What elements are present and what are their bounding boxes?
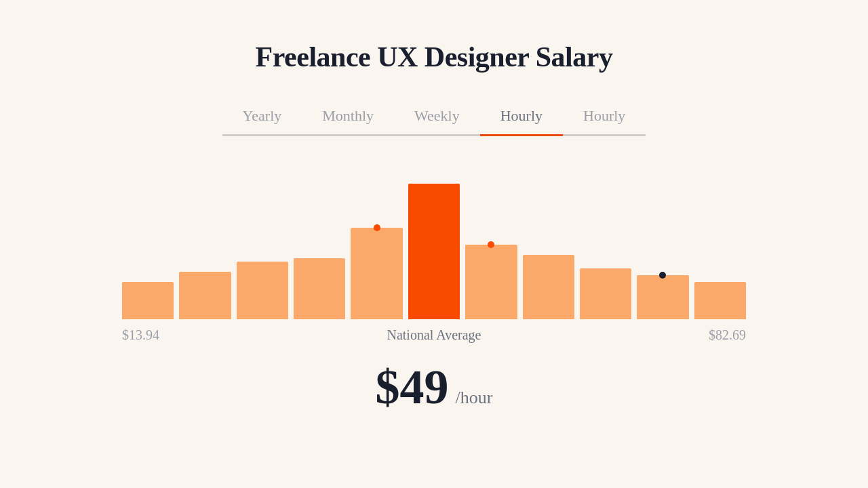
bar-10 [694,282,746,319]
bar-1 [179,272,231,319]
bar-dot-9 [659,272,666,279]
tab-hourly-2[interactable]: Hourly [563,100,646,136]
bar-3 [294,258,345,319]
bar-2 [237,262,288,319]
tab-weekly[interactable]: Weekly [394,100,480,136]
bar-wrapper-6 [465,245,517,319]
bar-wrapper-5 [408,184,460,319]
tab-hourly-active[interactable]: Hourly [480,100,563,136]
bar-wrapper-1 [179,272,231,319]
bar-0 [122,282,174,319]
salary-display: $49 /hour [376,359,493,415]
chart-area: $13.94 National Average $82.69 [108,163,760,343]
bar-5 [408,184,460,319]
bar-wrapper-0 [122,282,174,319]
chart-label-right: $82.69 [709,327,746,343]
tab-yearly[interactable]: Yearly [222,100,302,136]
salary-amount: $49 [376,359,449,415]
bar-wrapper-4 [351,228,402,319]
bar-wrapper-10 [694,282,746,319]
bar-dot-4 [374,224,380,231]
bar-8 [580,268,631,319]
bar-9 [637,275,688,319]
chart-labels: $13.94 National Average $82.69 [108,319,760,343]
bar-4 [351,228,402,319]
bar-wrapper-8 [580,268,631,319]
bar-dot-6 [488,241,494,248]
bar-wrapper-7 [523,255,574,319]
tabs-container: Yearly Monthly Weekly Hourly Hourly [222,100,646,136]
bar-6 [465,245,517,319]
tab-monthly[interactable]: Monthly [302,100,394,136]
bar-7 [523,255,574,319]
bar-wrapper-3 [294,258,345,319]
bar-wrapper-9 [637,275,688,319]
bars-row [108,163,760,319]
bar-wrapper-2 [237,262,288,319]
chart-label-center: National Average [387,327,481,343]
salary-unit: /hour [456,388,493,408]
page-title: Freelance UX Designer Salary [256,41,613,73]
chart-label-left: $13.94 [122,327,159,343]
